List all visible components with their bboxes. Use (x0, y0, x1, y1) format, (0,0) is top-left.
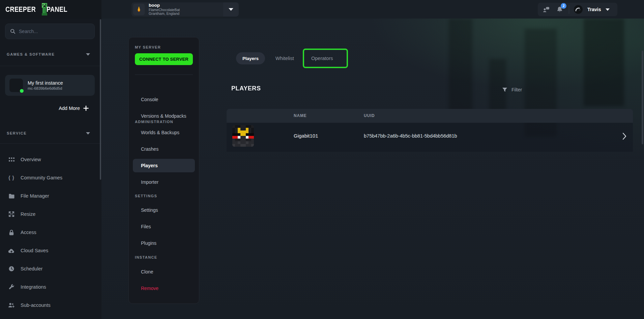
topbar: CREEPER PANEL (0, 0, 644, 19)
server-thumbnail (133, 4, 145, 15)
file-manager-icon (8, 193, 15, 199)
cloud-upload-icon (8, 248, 15, 253)
sidebar-item-label: Scheduler (21, 266, 42, 271)
instance-texts: My first instance mc-6839b6e6d6d5d (28, 80, 63, 90)
nav-item-clone[interactable]: Clone (129, 265, 199, 279)
search-icon (10, 28, 16, 34)
user-name: Travis (587, 7, 601, 12)
instance-label: INSTANCE (135, 255, 157, 259)
funnel-icon (502, 87, 507, 92)
sidebar-item-integrations[interactable]: Integrations (0, 278, 101, 296)
server-selector-texts: boop FlameChocolateBat Grantham, England (149, 3, 180, 16)
server-nav-panel: MY SERVER CONNECT TO SERVER ADMINISTRATI… (128, 37, 199, 304)
operators-highlight-box: Operators (303, 49, 348, 68)
search-input[interactable] (19, 29, 90, 34)
brand-text-right: PANEL (47, 5, 67, 14)
clock-icon (8, 266, 15, 272)
nav-item-files[interactable]: Files (129, 220, 199, 233)
games-software-section[interactable]: GAMES & SOFTWARE (7, 52, 90, 56)
content-area: MY SERVER CONNECT TO SERVER ADMINISTRATI… (101, 19, 644, 319)
flame-icon (136, 6, 142, 12)
server-name: boop (149, 3, 180, 8)
sidebar-item-cloud-saves[interactable]: Cloud Saves (0, 241, 101, 260)
user-menu-chevron-icon[interactable] (606, 8, 610, 11)
topbar-actions: 2 Travis (538, 3, 617, 16)
sidebar-item-label: Integrations (21, 284, 46, 290)
sidebar-item-resize[interactable]: Resize (0, 205, 101, 223)
plus-icon (83, 106, 89, 111)
tab-whitelist[interactable]: Whitelist (275, 52, 294, 64)
nav-item-console[interactable]: Console (129, 93, 199, 106)
sidebar-item-overview[interactable]: Overview (0, 150, 101, 169)
page-scrollbar[interactable] (642, 51, 643, 144)
online-status-dot (20, 89, 24, 93)
overview-icon (8, 157, 15, 163)
filter-button[interactable]: Filter (502, 87, 522, 92)
tab-players[interactable]: Players (236, 52, 265, 64)
server-location: Grantham, England (149, 12, 180, 16)
nav-item-settings[interactable]: Settings (129, 203, 199, 217)
instance-id: mc-6839b6e6d6d5d (28, 86, 63, 90)
sidebar-scrollbar[interactable] (100, 19, 101, 180)
add-more-label: Add More (59, 106, 80, 111)
brand-area: CREEPER PANEL (0, 0, 101, 19)
support-button[interactable] (542, 5, 551, 14)
support-chat-icon (543, 6, 550, 13)
user-avatar-image (574, 4, 583, 14)
nav-item-players[interactable]: Players (133, 159, 195, 172)
user-avatar[interactable] (574, 5, 583, 14)
sidebar-item-file-manager[interactable]: File Manager (0, 187, 101, 205)
nav-item-crashes[interactable]: Crashes (129, 142, 199, 156)
page-title: PLAYERS (231, 85, 261, 92)
sidebar-item-community-games[interactable]: { } Community Games (0, 169, 101, 187)
users-plus-icon (8, 302, 15, 308)
resize-icon (8, 211, 15, 217)
community-games-icon: { } (8, 175, 15, 180)
search-box[interactable] (5, 24, 95, 39)
divider (135, 75, 193, 75)
table-header: NAME UUID (227, 109, 633, 123)
nav-item-remove[interactable]: Remove (129, 282, 199, 295)
topbar-divider (569, 5, 569, 14)
player-uuid: b75b47bb-2a6b-4b5c-bb81-5bd4bb56d81b (364, 123, 457, 152)
sidebar-item-scheduler[interactable]: Scheduler (0, 260, 101, 278)
add-more-button[interactable]: Add More (59, 106, 89, 111)
sidebar-item-label: Community Games (21, 175, 62, 180)
server-selector-dropdown[interactable]: boop FlameChocolateBat Grantham, England (131, 2, 239, 17)
nav-item-importer[interactable]: Importer (129, 175, 199, 189)
wrench-icon (8, 284, 15, 290)
games-software-label: GAMES & SOFTWARE (7, 52, 55, 56)
instance-card[interactable]: My first instance mc-6839b6e6d6d5d (5, 75, 95, 96)
chevron-down-icon (86, 53, 90, 56)
sidebar: GAMES & SOFTWARE My first instance mc-68… (0, 19, 101, 319)
chevron-down-icon (86, 132, 90, 135)
background-silhouette (449, 19, 472, 113)
sidebar-item-label: Resize (21, 211, 35, 217)
nav-item-versions-modpacks[interactable]: Versions & Modpacks (129, 109, 199, 123)
players-table: NAME UUID Gigabit101 b75b47bb-2a6b-4b5c-… (227, 109, 633, 170)
sidebar-item-label: File Manager (21, 193, 49, 199)
my-server-label: MY SERVER (135, 45, 161, 49)
lock-icon (8, 229, 15, 236)
table-row[interactable]: Gigabit101 b75b47bb-2a6b-4b5c-bb81-5bd4b… (227, 123, 633, 152)
notification-badge: 2 (561, 3, 566, 9)
chevron-right-icon[interactable] (622, 132, 627, 140)
nav-item-worlds-backups[interactable]: Worlds & Backups (129, 126, 199, 139)
connect-to-server-button[interactable]: CONNECT TO SERVER (135, 53, 193, 65)
chevron-down-icon (229, 8, 233, 11)
nav-item-plugins[interactable]: Plugins (129, 236, 199, 250)
tab-operators[interactable]: Operators (311, 56, 333, 61)
service-section[interactable]: SERVICE (7, 131, 90, 135)
brand-text-left: CREEPER (5, 5, 36, 14)
sidebar-item-access[interactable]: Access (0, 223, 101, 241)
instance-thumbnail (9, 79, 23, 92)
sidebar-item-sub-accounts[interactable]: Sub-accounts (0, 296, 101, 314)
creeperpanel-logo: CREEPER PANEL (5, 2, 72, 17)
divider (0, 143, 101, 144)
notifications-button[interactable]: 2 (555, 5, 564, 14)
filter-label: Filter (511, 87, 522, 92)
player-name: Gigabit101 (294, 123, 318, 152)
background-silhouette (584, 19, 624, 106)
server-selector-caret[interactable] (223, 2, 239, 17)
column-header-name: NAME (294, 109, 307, 123)
